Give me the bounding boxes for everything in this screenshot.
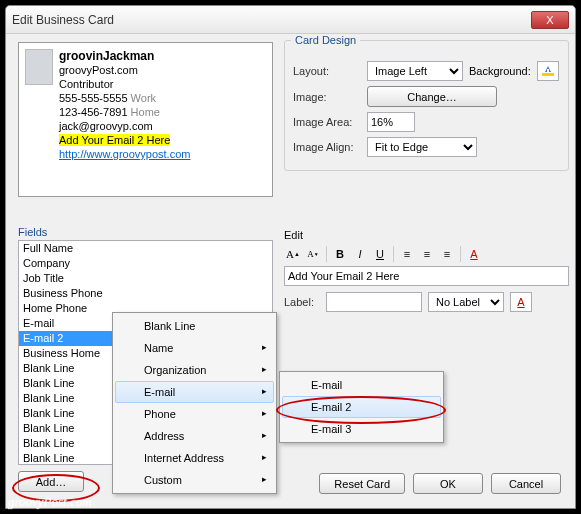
add-field-menu[interactable]: Blank LineNameOrganizationE-mailPhoneAdd… (112, 312, 277, 494)
menu-item[interactable]: Phone (115, 403, 274, 425)
dialog-window: Edit Business Card X groovinJackman groo… (5, 5, 576, 509)
menu-item[interactable]: E-mail (115, 381, 274, 403)
background-color-button[interactable] (537, 61, 559, 81)
align-right-icon[interactable]: ≡ (438, 245, 456, 263)
bold-icon[interactable]: B (331, 245, 349, 263)
image-area-label: Image Area: (293, 116, 361, 128)
submenu-item[interactable]: E-mail 2 (282, 396, 441, 418)
preview-phone-home: 123-456-7891 Home (59, 105, 268, 119)
submenu-item[interactable]: E-mail 3 (282, 418, 441, 440)
italic-icon[interactable]: I (351, 245, 369, 263)
close-button[interactable]: X (531, 11, 569, 29)
font-shrink-icon[interactable]: A▼ (304, 245, 322, 263)
layout-select[interactable]: Image Left (367, 61, 463, 81)
menu-item[interactable]: Name (115, 337, 274, 359)
font-color-icon[interactable]: A (465, 245, 483, 263)
field-item[interactable]: Business Phone (19, 286, 272, 301)
layout-label: Layout: (293, 65, 361, 77)
edit-legend: Edit (284, 229, 303, 241)
preview-email1: jack@groovyp.com (59, 119, 268, 133)
field-item[interactable]: Job Title (19, 271, 272, 286)
fields-legend: Fields (18, 226, 273, 238)
menu-item[interactable]: Address (115, 425, 274, 447)
edit-value-input[interactable] (284, 266, 569, 286)
watermark: groovyPost.com (8, 494, 92, 510)
menu-item[interactable]: Internet Address (115, 447, 274, 469)
label-position-select[interactable]: No Label (428, 292, 504, 312)
titlebar[interactable]: Edit Business Card X (6, 6, 575, 34)
menu-item[interactable]: Blank Line (115, 315, 274, 337)
label-label: Label: (284, 296, 320, 308)
field-item[interactable]: Company (19, 256, 272, 271)
label-color-button[interactable]: A (510, 292, 532, 312)
email-submenu[interactable]: E-mailE-mail 2E-mail 3 (279, 371, 444, 443)
ok-button[interactable]: OK (413, 473, 483, 494)
svg-rect-0 (542, 73, 554, 76)
card-design-legend: Card Design (291, 34, 360, 46)
submenu-item[interactable]: E-mail (282, 374, 441, 396)
format-toolbar: A▲ A▼ B I U ≡ ≡ ≡ A (284, 245, 569, 263)
avatar-placeholder (25, 49, 53, 85)
field-item[interactable]: Full Name (19, 241, 272, 256)
preview-phone-work: 555-555-5555 Work (59, 91, 268, 105)
reset-card-button[interactable]: Reset Card (319, 473, 405, 494)
change-image-button[interactable]: Change… (367, 86, 497, 107)
cancel-button[interactable]: Cancel (491, 473, 561, 494)
menu-item[interactable]: Custom (115, 469, 274, 491)
preview-url: http://www.groovypost.com (59, 147, 268, 161)
card-preview: groovinJackman groovyPost.com Contributo… (18, 42, 273, 197)
image-align-label: Image Align: (293, 141, 361, 153)
preview-name: groovinJackman (59, 49, 268, 63)
window-title: Edit Business Card (12, 13, 531, 27)
underline-icon[interactable]: U (371, 245, 389, 263)
font-grow-icon[interactable]: A▲ (284, 245, 302, 263)
label-input[interactable] (326, 292, 422, 312)
image-area-input[interactable] (367, 112, 415, 132)
align-center-icon[interactable]: ≡ (418, 245, 436, 263)
align-left-icon[interactable]: ≡ (398, 245, 416, 263)
preview-company: groovyPost.com (59, 63, 268, 77)
add-field-button[interactable]: Add… (18, 471, 84, 492)
preview-email2: Add Your Email 2 Here (59, 133, 268, 147)
card-design-group: Card Design Layout: Image Left Backgroun… (284, 40, 569, 171)
menu-item[interactable]: Organization (115, 359, 274, 381)
image-label: Image: (293, 91, 361, 103)
background-label: Background: (469, 65, 531, 77)
preview-jobtitle: Contributor (59, 77, 268, 91)
image-align-select[interactable]: Fit to Edge (367, 137, 477, 157)
